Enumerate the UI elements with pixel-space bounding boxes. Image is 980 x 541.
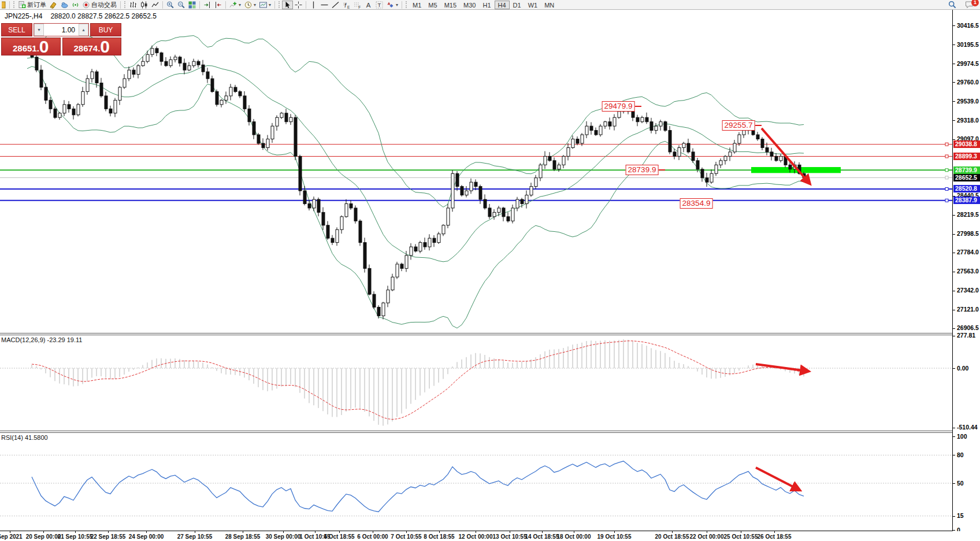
volume-decrease-button[interactable]: ▼: [34, 24, 44, 36]
candle-body: [303, 191, 306, 203]
candle-body: [743, 131, 745, 135]
auto-scroll-icon[interactable]: [213, 1, 224, 9]
bar-chart-icon[interactable]: [128, 1, 139, 9]
candle-body: [733, 143, 736, 152]
toolbar-drag-handle[interactable]: [124, 1, 126, 8]
toolbar-left: 新订单自动交易▾▾▾fEFAT▾M1M5M15M30H1H4D1W1MN: [0, 0, 946, 9]
indicators-icon[interactable]: ▾: [228, 1, 243, 9]
vertical-line-icon[interactable]: [308, 1, 319, 9]
time-axis[interactable]: Sep 202120 Sep 00:0021 Sep 10:5522 Sep 1…: [0, 531, 980, 541]
bollinger-upper-band[interactable]: [27, 25, 804, 207]
fibonacci-icon[interactable]: fE: [341, 1, 352, 9]
crosshair-icon[interactable]: [293, 1, 304, 9]
signal-icon[interactable]: [70, 1, 81, 9]
candle-body: [692, 152, 695, 161]
zoom-out-icon[interactable]: [176, 1, 187, 9]
candle-body: [590, 126, 593, 130]
text-icon[interactable]: A: [363, 1, 374, 9]
line-chart-icon[interactable]: [150, 1, 161, 9]
candle-body: [81, 91, 84, 104]
market-icon[interactable]: [48, 1, 59, 9]
line-handle[interactable]: [945, 187, 948, 190]
buy-button[interactable]: BUY: [90, 23, 121, 36]
periods-icon[interactable]: ▾: [243, 1, 258, 9]
notifications-icon[interactable]: 1: [963, 1, 975, 9]
partial-icon[interactable]: [0, 1, 8, 9]
main-chart-panel[interactable]: 29479.929255.728739.928354.9 JPN225-,H42…: [0, 10, 952, 333]
macd-axis-tick: 277.81: [957, 332, 975, 339]
timeframe-button-m15[interactable]: M15: [441, 1, 460, 9]
horizontal-line-icon[interactable]: [319, 1, 330, 9]
zoom-in-icon[interactable]: [165, 1, 176, 9]
trendline-icon[interactable]: [330, 1, 341, 9]
label-icon[interactable]: T: [374, 1, 385, 9]
toolbar-drag-handle[interactable]: [406, 1, 407, 8]
tile-windows-icon[interactable]: [187, 1, 198, 9]
macd-panel[interactable]: MACD(12,26,9) -23.29 19.11: [0, 335, 952, 431]
candle-body: [188, 66, 191, 70]
price-callout[interactable]: 28354.9: [680, 198, 713, 209]
chevron-down-icon[interactable]: ▾: [239, 2, 241, 8]
candle-body: [724, 156, 727, 160]
bollinger-middle-band[interactable]: [27, 58, 804, 262]
line-handle[interactable]: [945, 199, 948, 202]
axis-tick-mark: [953, 483, 955, 484]
fibo-expansion-icon[interactable]: F: [352, 1, 363, 9]
new-order-button[interactable]: 新订单: [17, 1, 48, 9]
buy-price[interactable]: 28674.0: [62, 38, 122, 55]
sell-price[interactable]: 28651.0: [1, 38, 61, 55]
sell-button[interactable]: SELL: [1, 23, 32, 36]
line-handle[interactable]: [945, 176, 948, 179]
price-axis-tick: 29318.0: [957, 117, 979, 124]
timeframe-button-m5[interactable]: M5: [425, 1, 440, 9]
autotrading-button[interactable]: 自动交易: [81, 1, 118, 9]
price-callout[interactable]: 29255.7: [722, 120, 755, 131]
candle-body: [530, 187, 533, 195]
timeframe-button-m1[interactable]: M1: [409, 1, 425, 9]
rsi-plot[interactable]: [0, 433, 952, 531]
rsi-panel[interactable]: RSI(14) 41.5800: [0, 433, 952, 531]
price-axis[interactable]: 30416.530195.529974.529760.029539.029318…: [952, 10, 980, 531]
price-callout[interactable]: 28739.9: [626, 165, 659, 175]
buy-price-main: 28674: [73, 42, 98, 55]
price-axis-tick: 27342.0: [957, 287, 979, 294]
candle-body: [710, 173, 713, 182]
price-callout[interactable]: 29479.9: [602, 101, 635, 112]
candle-body: [669, 131, 671, 152]
timeframe-button-m30[interactable]: M30: [460, 1, 479, 9]
time-axis-tick-mark: [476, 531, 476, 533]
line-handle[interactable]: [945, 155, 948, 158]
candle-body: [511, 208, 514, 221]
candle-body: [428, 238, 431, 247]
candle-body: [502, 208, 505, 217]
time-axis-label: 18 Oct 00:00: [557, 533, 591, 540]
candlestick-chart-icon[interactable]: [139, 1, 150, 9]
toolbar-drag-handle[interactable]: [13, 1, 15, 8]
shapes-icon[interactable]: ▾: [385, 1, 400, 9]
volume-increase-button[interactable]: ▲: [79, 24, 88, 36]
line-handle[interactable]: [945, 143, 948, 146]
main-chart-plot[interactable]: [0, 10, 952, 333]
axis-tick-mark: [953, 336, 955, 336]
candle-body: [299, 156, 302, 191]
toolbar-drag-handle[interactable]: [279, 1, 280, 8]
chart-shift-icon[interactable]: [202, 1, 213, 9]
bollinger-lower-band[interactable]: [27, 66, 804, 328]
chevron-down-icon[interactable]: ▾: [254, 2, 256, 8]
cursor-icon[interactable]: [282, 1, 293, 9]
chevron-down-icon[interactable]: ▾: [269, 2, 271, 8]
line-handle[interactable]: [945, 169, 948, 172]
templates-icon[interactable]: ▾: [258, 1, 273, 9]
timeframe-button-w1[interactable]: W1: [525, 1, 541, 9]
macd-plot[interactable]: [0, 335, 952, 431]
cloud-icon[interactable]: [59, 1, 70, 9]
chevron-down-icon[interactable]: ▾: [396, 2, 398, 8]
timeframe-button-h1[interactable]: H1: [479, 1, 494, 9]
candle-body: [373, 294, 376, 307]
timeframe-button-d1[interactable]: D1: [510, 1, 525, 9]
timeframe-button-mn[interactable]: MN: [541, 1, 558, 9]
timeframe-button-h4[interactable]: H4: [495, 1, 510, 9]
time-axis-tick-mark: [243, 531, 243, 533]
volume-input[interactable]: 1.00: [44, 24, 79, 36]
search-icon[interactable]: [946, 1, 958, 9]
